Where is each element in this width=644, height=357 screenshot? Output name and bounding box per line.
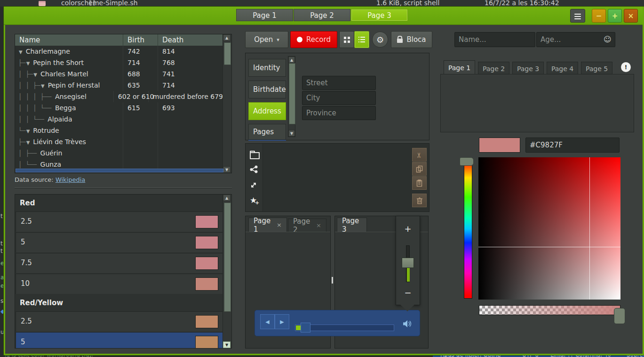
favorite-button[interactable]: ★+: [250, 195, 257, 205]
tree-expander-icon[interactable]: ▼: [26, 61, 30, 66]
sidebar-scrollbar[interactable]: ▲ ▼: [288, 56, 295, 137]
tab-page-5[interactable]: Page 5: [581, 62, 612, 75]
seek-slider-handle[interactable]: [301, 323, 310, 333]
pane-separator-handle[interactable]: [332, 277, 333, 284]
tab-page-2[interactable]: Page 2×: [288, 219, 326, 232]
list-vertical-scrollbar[interactable]: ▲ ▼: [223, 195, 231, 348]
color-list-item[interactable]: 5: [16, 332, 223, 349]
tree-row[interactable]: │ ├── Guérin: [15, 147, 223, 159]
next-button[interactable]: ▶: [275, 314, 289, 329]
scroll-up-icon[interactable]: ▲: [288, 57, 295, 63]
tab-page-3[interactable]: Page 3: [512, 62, 544, 75]
smiley-icon[interactable]: ☺: [604, 35, 612, 44]
delete-button[interactable]: [412, 194, 427, 207]
tab-page-2[interactable]: Page 2: [478, 62, 509, 75]
tree-row[interactable]: │ ├─▼Charles Martel688741: [15, 68, 223, 80]
titlebar-tab-page-1[interactable]: Page 1: [236, 9, 293, 21]
zoom-out-button[interactable]: −: [396, 288, 420, 298]
street-field[interactable]: [302, 76, 376, 90]
scrollbar-thumb[interactable]: [289, 63, 295, 124]
minimize-button[interactable]: −: [592, 9, 606, 23]
scroll-down-icon[interactable]: ▼: [223, 341, 231, 348]
hex-color-input[interactable]: [525, 138, 620, 153]
tree-expander-icon[interactable]: ▼: [33, 72, 37, 77]
name-input[interactable]: [454, 32, 535, 47]
city-field[interactable]: [302, 91, 376, 105]
tab-close-icon[interactable]: ×: [277, 221, 282, 228]
tab-page-3[interactable]: Page 3: [337, 218, 367, 232]
family-tree-view: Name Birth Death ▼Charlemagne742814├─▼Pe…: [15, 34, 232, 173]
tree-expander-icon[interactable]: ▼: [19, 49, 23, 55]
tree-expander-icon[interactable]: ▼: [26, 129, 30, 134]
color-list-item[interactable]: 5: [16, 232, 223, 252]
previous-button[interactable]: ◀: [260, 314, 275, 329]
scroll-down-icon[interactable]: ▼: [223, 166, 231, 173]
titlebar-tab-page-2[interactable]: Page 2: [294, 9, 350, 21]
scrollbar-thumb[interactable]: [224, 42, 231, 65]
lock-button[interactable]: Bloca: [391, 31, 432, 48]
scroll-up-icon[interactable]: ▲: [223, 195, 231, 201]
alpha-slider[interactable]: [479, 305, 620, 315]
titlebar[interactable]: Page 1Page 2Page 3 − + ×: [4, 7, 643, 25]
hue-slider[interactable]: [464, 159, 472, 299]
tree-row[interactable]: ├─▼Pepin the Short714768: [15, 57, 223, 68]
tree-row[interactable]: │ │ ├─▼Pepin of Herstal635714: [15, 80, 223, 91]
scroll-up-icon[interactable]: ▲: [223, 34, 231, 41]
tree-horizontal-scrollbar[interactable]: [16, 169, 223, 172]
maximize-button[interactable]: +: [608, 9, 622, 23]
sidebar-item-address[interactable]: Address: [248, 102, 286, 120]
scrollbar-thumb[interactable]: [224, 203, 231, 312]
warning-icon[interactable]: !: [621, 62, 631, 72]
color-item-label: 5: [21, 238, 25, 246]
record-button[interactable]: Record: [290, 31, 337, 48]
color-list-item[interactable]: 10: [16, 274, 223, 294]
province-field[interactable]: [302, 106, 376, 120]
hue-slider-handle[interactable]: [460, 157, 474, 166]
close-button[interactable]: ×: [624, 9, 638, 23]
record-icon: [297, 37, 302, 42]
cut-button[interactable]: ✂: [412, 148, 427, 162]
sidebar-item-identity[interactable]: Identity: [248, 59, 286, 77]
grid-view-toggle[interactable]: [339, 31, 354, 48]
tab-page-1[interactable]: Page 1: [444, 60, 475, 74]
folder-button[interactable]: [250, 152, 260, 159]
column-header-birth[interactable]: Birth: [123, 34, 158, 46]
column-header-death[interactable]: Death: [158, 34, 231, 46]
scrollbar-thumb[interactable]: [16, 169, 223, 172]
tab-close-icon[interactable]: ×: [316, 222, 321, 229]
share-button[interactable]: [250, 165, 258, 175]
menu-button[interactable]: [570, 9, 585, 23]
fullscreen-button[interactable]: [250, 181, 257, 191]
wikipedia-link[interactable]: Wikipedia: [56, 176, 85, 183]
tree-expander-icon[interactable]: ▼: [26, 140, 30, 145]
tree-row[interactable]: │ │ │ ├── Ansegisel602 or 610murdered be…: [15, 91, 223, 102]
settings-button[interactable]: ⚙: [372, 32, 388, 48]
open-button[interactable]: Open ▾: [245, 31, 288, 48]
tab-page-1[interactable]: Page 1×: [248, 218, 287, 232]
current-color-swatch[interactable]: [479, 138, 520, 153]
tab-page-4[interactable]: Page 4: [547, 62, 578, 75]
tree-row[interactable]: ├─▼Liévin de Trèves: [15, 136, 223, 147]
sidebar-item-pages[interactable]: Pages: [248, 124, 286, 140]
color-list-item[interactable]: 2.5: [16, 211, 223, 232]
volume-button[interactable]: [403, 320, 412, 330]
sidebar-item-birthdate[interactable]: Birthdate: [248, 81, 286, 98]
color-list-item[interactable]: 2.5: [16, 311, 223, 332]
tree-row[interactable]: ▼Charlemagne742814: [15, 46, 223, 57]
tree-row[interactable]: │ │ │ └── Begga615693: [15, 102, 223, 114]
paste-button[interactable]: [412, 176, 427, 190]
column-header-name[interactable]: Name: [15, 34, 123, 46]
color-list-item[interactable]: 7.5: [16, 253, 223, 273]
tree-row[interactable]: └─▼Rotrude: [15, 125, 223, 136]
saturation-value-plane[interactable]: [478, 157, 620, 300]
copy-button[interactable]: [412, 162, 427, 176]
tree-row[interactable]: │ │ └── Alpaida: [15, 114, 223, 125]
list-view-toggle[interactable]: [354, 31, 369, 48]
alpha-slider-handle[interactable]: [614, 308, 625, 324]
zoom-in-button[interactable]: +: [396, 224, 420, 234]
titlebar-tab-page-3[interactable]: Page 3: [351, 9, 408, 21]
zoom-slider-handle[interactable]: [402, 258, 414, 268]
tree-vertical-scrollbar[interactable]: ▲ ▼: [223, 34, 231, 173]
tree-expander-icon[interactable]: ▼: [41, 83, 45, 89]
scroll-down-icon[interactable]: ▼: [288, 130, 295, 137]
